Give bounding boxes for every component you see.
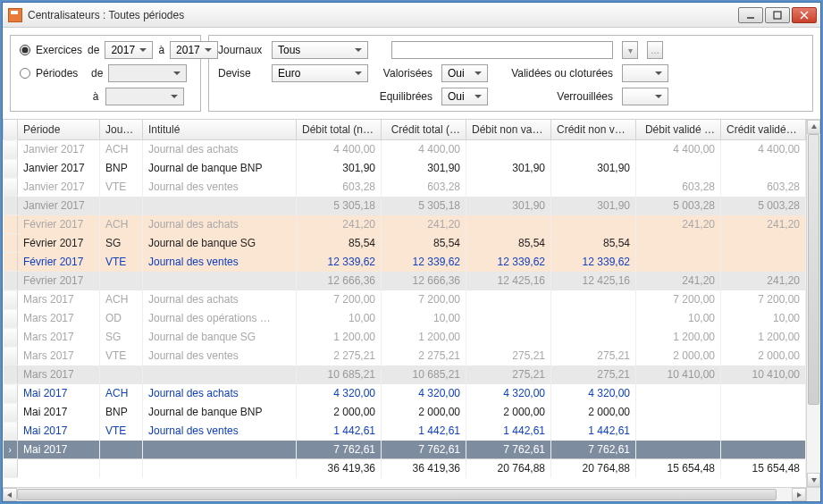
exercices-radio[interactable] <box>20 45 30 55</box>
validees-select[interactable] <box>622 64 668 82</box>
total-dv: 15 654,48 <box>636 459 721 478</box>
cell-debit-nv <box>466 140 551 159</box>
cell-intitule <box>143 272 297 290</box>
col-credit-v[interactable]: Crédit validé … <box>721 120 806 140</box>
scroll-down-button[interactable] <box>807 473 820 487</box>
devise-select[interactable]: Euro <box>272 64 368 82</box>
scroll-up-button[interactable] <box>807 120 820 134</box>
journaux-label: Journaux <box>218 44 263 56</box>
cell-jour: ACH <box>100 140 143 159</box>
a-label: à <box>158 44 164 56</box>
cell-debit-v <box>636 403 721 422</box>
cell-periode: Mars 2017 <box>18 309 100 328</box>
cell-jour: ACH <box>100 215 143 234</box>
journal-more-button[interactable]: … <box>647 41 663 59</box>
col-credit-total[interactable]: Crédit total (… <box>382 120 466 140</box>
cell-credit-total: 301,90 <box>382 159 466 178</box>
validees-label: Validées ou cloturées <box>497 67 613 80</box>
svg-marker-5 <box>811 478 817 483</box>
close-button[interactable] <box>792 7 817 23</box>
row-handle <box>4 215 18 234</box>
cell-debit-nv: 4 320,00 <box>466 384 551 403</box>
journal-dropdown-button[interactable]: ▾ <box>622 41 638 59</box>
col-jour[interactable]: Jour… <box>100 120 143 140</box>
col-intitule[interactable]: Intitulé <box>143 120 297 140</box>
table-row[interactable]: Janvier 2017VTEJournal des ventes603,286… <box>4 178 806 197</box>
cell-debit-v: 5 003,28 <box>636 197 721 215</box>
verrouillees-select[interactable] <box>622 88 668 105</box>
vertical-scrollbar[interactable] <box>806 120 820 487</box>
cell-intitule: Journal des ventes <box>143 253 297 272</box>
table-row[interactable]: Février 2017ACHJournal des achats241,202… <box>4 215 806 234</box>
year-from-select[interactable]: 2017 <box>105 41 153 59</box>
cell-credit-nv <box>551 328 636 347</box>
row-handle <box>4 234 18 253</box>
year-to-select[interactable]: 2017 <box>170 41 218 59</box>
cell-debit-total: 85,54 <box>297 234 382 253</box>
cell-credit-total: 10 685,21 <box>382 365 466 384</box>
table-row[interactable]: Février 201712 666,3612 666,3612 425,161… <box>4 272 806 290</box>
row-handle <box>4 328 18 347</box>
cell-intitule <box>143 197 297 215</box>
table-row[interactable]: Mai 2017BNPJournal de banque BNP2 000,00… <box>4 403 806 422</box>
equilibrees-select[interactable]: Oui <box>441 88 488 105</box>
table-row[interactable]: Mars 2017SGJournal de banque SG1 200,001… <box>4 328 806 347</box>
cell-credit-v: 4 400,00 <box>721 140 806 159</box>
table-row[interactable]: Mars 201710 685,2110 685,21275,21275,211… <box>4 365 806 384</box>
table-row[interactable]: Mars 2017VTEJournal des ventes2 275,212 … <box>4 347 806 365</box>
row-handle <box>4 253 18 272</box>
cell-jour <box>100 441 143 459</box>
period-to-select[interactable] <box>105 88 184 105</box>
journaux-select[interactable]: Tous <box>272 41 368 59</box>
table-row[interactable]: Mai 2017VTEJournal des ventes1 442,611 4… <box>4 422 806 441</box>
vscroll-thumb[interactable] <box>808 134 819 405</box>
maximize-button[interactable] <box>765 7 790 23</box>
period-from-select[interactable] <box>108 64 187 82</box>
hscroll-thumb[interactable] <box>17 489 777 500</box>
minimize-button[interactable] <box>738 7 763 23</box>
scroll-left-button[interactable] <box>3 488 17 501</box>
cell-credit-nv: 275,21 <box>551 347 636 365</box>
cell-credit-total: 4 400,00 <box>382 140 466 159</box>
table-row[interactable]: Janvier 2017ACHJournal des achats4 400,0… <box>4 140 806 159</box>
cell-periode: Mars 2017 <box>18 290 100 309</box>
col-credit-nv[interactable]: Crédit non validé … <box>551 120 636 140</box>
cell-debit-total: 7 762,61 <box>297 441 382 459</box>
periodes-radio[interactable] <box>20 68 30 79</box>
cell-debit-nv: 7 762,61 <box>466 441 551 459</box>
col-debit-v[interactable]: Débit validé … <box>636 120 721 140</box>
cell-credit-nv: 12 339,62 <box>551 253 636 272</box>
cell-debit-v: 7 200,00 <box>636 290 721 309</box>
cell-periode: Février 2017 <box>18 234 100 253</box>
table-row[interactable]: ›Mai 20177 762,617 762,617 762,617 762,6… <box>4 441 806 459</box>
table-row[interactable]: Mars 2017ACHJournal des achats7 200,007 … <box>4 290 806 309</box>
hscroll-track[interactable] <box>17 488 792 501</box>
col-periode[interactable]: Période <box>18 120 100 140</box>
scroll-right-button[interactable] <box>792 488 806 501</box>
table-row[interactable]: Janvier 2017BNPJournal de banque BNP301,… <box>4 159 806 178</box>
col-debit-nv[interactable]: Débit non validé … <box>466 120 551 140</box>
horizontal-scrollbar[interactable] <box>3 487 820 501</box>
header-row: Période Jour… Intitulé Débit total (non … <box>4 120 806 140</box>
table-row[interactable]: Mars 2017ODJournal des opérations …10,00… <box>4 309 806 328</box>
cell-credit-v <box>721 234 806 253</box>
filters-panel: Exercices de 2017 à 2017 Périodes de à J… <box>3 28 820 119</box>
table-row[interactable]: Février 2017SGJournal de banque SG85,548… <box>4 234 806 253</box>
window: Centralisateurs : Toutes périodes Exerci… <box>2 2 821 502</box>
cell-intitule: Journal des achats <box>143 384 297 403</box>
vscroll-track[interactable] <box>807 134 820 473</box>
window-title: Centralisateurs : Toutes périodes <box>28 9 738 21</box>
journal-search-input[interactable] <box>391 41 613 59</box>
table-row[interactable]: Janvier 20175 305,185 305,18301,90301,90… <box>4 197 806 215</box>
cell-debit-v: 10 410,00 <box>636 365 721 384</box>
cell-credit-nv <box>551 215 636 234</box>
cell-credit-nv <box>551 309 636 328</box>
table-row[interactable]: Février 2017VTEJournal des ventes12 339,… <box>4 253 806 272</box>
cell-periode: Mars 2017 <box>18 365 100 384</box>
table-row[interactable]: Mai 2017ACHJournal des achats4 320,004 3… <box>4 384 806 403</box>
col-debit-total[interactable]: Débit total (non vali… <box>297 120 382 140</box>
cell-debit-v: 241,20 <box>636 272 721 290</box>
cell-credit-nv: 1 442,61 <box>551 422 636 441</box>
cell-debit-nv <box>466 215 551 234</box>
valorisees-select[interactable]: Oui <box>441 64 488 82</box>
